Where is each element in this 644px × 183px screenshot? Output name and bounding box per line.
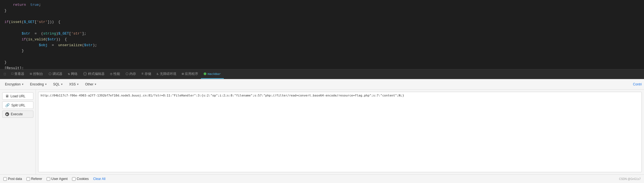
other-menu[interactable]: Other ▼ bbox=[82, 81, 99, 87]
hackbar-panel: Encryption ▼ Encoding ▼ SQL ▼ XSS ▼ Othe… bbox=[0, 79, 644, 183]
encryption-menu[interactable]: Encryption ▼ bbox=[2, 81, 27, 87]
referer-checkbox[interactable] bbox=[26, 177, 30, 181]
encoding-label: Encoding bbox=[30, 82, 44, 86]
load-url-icon: 🖥 bbox=[5, 94, 9, 98]
code-line: return true; bbox=[4, 2, 640, 8]
code-line: } bbox=[4, 8, 640, 14]
tab-storage-label: 存储 bbox=[145, 72, 151, 76]
storage-icon: ≡ bbox=[142, 72, 143, 76]
code-line: } bbox=[4, 60, 640, 66]
load-url-button[interactable]: 🖥 Load URL bbox=[2, 92, 33, 100]
tab-performance[interactable]: ◷ 性能 bbox=[107, 69, 123, 79]
code-line bbox=[4, 25, 640, 31]
tab-hackbar-label: HackBar bbox=[207, 72, 221, 76]
url-input[interactable] bbox=[38, 92, 642, 172]
accessibility-icon: ♿ bbox=[157, 72, 159, 76]
result-label: [Result]: bbox=[4, 66, 640, 69]
sql-label: SQL bbox=[53, 82, 60, 86]
other-label: Other bbox=[85, 82, 93, 86]
post-data-checkbox[interactable] bbox=[3, 177, 7, 181]
hackbar-content: 🖥 Load URL 🔗 Split URL ▶ Execute bbox=[0, 90, 644, 174]
devtools-toolbar: ⬚ □ 查看器 ⊡ 控制台 ⬡ 调试器 ⇅ 网络 {} 样式编辑器 ◷ 性能 ⬡… bbox=[0, 69, 644, 79]
tab-memory[interactable]: ⬡ 内存 bbox=[123, 69, 139, 79]
code-line: if(isset($_GET['str'])) { bbox=[4, 19, 640, 25]
code-line: if(is_valid($str)) { bbox=[4, 37, 640, 43]
encoding-menu[interactable]: Encoding ▼ bbox=[27, 81, 50, 87]
cookies-label: Cookies bbox=[77, 177, 89, 181]
encryption-chevron-icon: ▼ bbox=[22, 83, 24, 86]
tab-debugger-label: 调试器 bbox=[52, 72, 62, 76]
other-chevron-icon: ▼ bbox=[94, 83, 97, 86]
user-agent-checkbox[interactable] bbox=[47, 177, 50, 181]
xss-label: XSS bbox=[69, 82, 76, 86]
code-area: return true; } if(isset($_GET['str'])) {… bbox=[0, 0, 644, 69]
encryption-label: Encryption bbox=[5, 82, 21, 86]
xss-chevron-icon: ▼ bbox=[77, 83, 79, 86]
tab-inspect[interactable]: ⬚ bbox=[1, 69, 9, 79]
user-agent-checkbox-item[interactable]: User Agent bbox=[47, 177, 68, 181]
code-line: $str = (string)$_GET['str']; bbox=[4, 31, 640, 37]
tab-style-editor[interactable]: {} 样式编辑器 bbox=[80, 69, 107, 79]
split-url-icon: 🔗 bbox=[5, 103, 10, 107]
tab-accessibility-label: 无障碍环境 bbox=[160, 72, 176, 76]
tab-storage[interactable]: ≡ 存储 bbox=[139, 69, 154, 79]
tab-accessibility[interactable]: ♿ 无障碍环境 bbox=[154, 69, 179, 79]
code-line: $obj = unserialize($str); bbox=[4, 43, 640, 48]
csdn-credit: CSDN @GnG1s7 bbox=[619, 177, 641, 181]
tab-console-label: 控制台 bbox=[33, 72, 43, 76]
execute-label: Execute bbox=[11, 112, 23, 116]
encoding-chevron-icon: ▼ bbox=[45, 83, 47, 86]
application-icon: ⊞ bbox=[182, 72, 184, 76]
inspect-icon: ⬚ bbox=[4, 72, 6, 76]
tab-viewer[interactable]: □ 查看器 bbox=[9, 69, 27, 79]
sql-chevron-icon: ▼ bbox=[61, 83, 63, 86]
post-data-label: Post data bbox=[8, 177, 22, 181]
contri-link[interactable]: Contri bbox=[633, 82, 642, 86]
tab-style-label: 样式编辑器 bbox=[88, 72, 105, 76]
hackbar-bottom: Post data Referer User Agent Cookies Cle… bbox=[0, 174, 644, 183]
user-agent-label: User Agent bbox=[51, 177, 68, 181]
cookies-checkbox-item[interactable]: Cookies bbox=[72, 177, 89, 181]
referer-label: Referer bbox=[31, 177, 42, 181]
debugger-icon: ⬡ bbox=[49, 72, 51, 76]
viewer-icon: □ bbox=[11, 72, 13, 76]
memory-icon: ⬡ bbox=[126, 72, 128, 76]
network-icon: ⇅ bbox=[68, 72, 70, 76]
console-icon: ⊡ bbox=[30, 72, 32, 76]
tab-hackbar[interactable]: HackBar bbox=[201, 69, 223, 79]
code-line bbox=[4, 14, 640, 20]
tab-network[interactable]: ⇅ 网络 bbox=[65, 69, 80, 79]
hackbar-url-area bbox=[36, 90, 644, 174]
tab-application-label: 应用程序 bbox=[185, 72, 198, 76]
referer-checkbox-item[interactable]: Referer bbox=[26, 177, 42, 181]
tab-network-label: 网络 bbox=[71, 72, 78, 76]
style-icon: {} bbox=[83, 72, 87, 76]
clear-all-button[interactable]: Clear All bbox=[93, 177, 105, 181]
performance-icon: ◷ bbox=[110, 72, 112, 76]
post-data-checkbox-item[interactable]: Post data bbox=[3, 177, 22, 181]
tab-debugger[interactable]: ⬡ 调试器 bbox=[46, 69, 65, 79]
code-line: } bbox=[4, 48, 640, 54]
execute-play-icon: ▶ bbox=[5, 112, 9, 116]
execute-button[interactable]: ▶ Execute bbox=[2, 111, 33, 118]
sql-menu[interactable]: SQL ▼ bbox=[50, 81, 66, 87]
load-url-label: Load URL bbox=[10, 94, 25, 98]
tab-viewer-label: 查看器 bbox=[14, 72, 24, 76]
tab-console[interactable]: ⊡ 控制台 bbox=[27, 69, 46, 79]
tab-performance-label: 性能 bbox=[113, 72, 120, 76]
cookies-checkbox[interactable] bbox=[72, 177, 76, 181]
code-line bbox=[4, 54, 640, 60]
tab-application[interactable]: ⊞ 应用程序 bbox=[179, 69, 201, 79]
split-url-label: Split URL bbox=[11, 103, 25, 107]
hackbar-dot-icon bbox=[204, 72, 206, 75]
hackbar-left: 🖥 Load URL 🔗 Split URL ▶ Execute bbox=[0, 90, 36, 174]
xss-menu[interactable]: XSS ▼ bbox=[66, 81, 82, 87]
hackbar-menu: Encryption ▼ Encoding ▼ SQL ▼ XSS ▼ Othe… bbox=[0, 79, 644, 90]
tab-memory-label: 内存 bbox=[129, 72, 136, 76]
split-url-button[interactable]: 🔗 Split URL bbox=[2, 101, 33, 109]
